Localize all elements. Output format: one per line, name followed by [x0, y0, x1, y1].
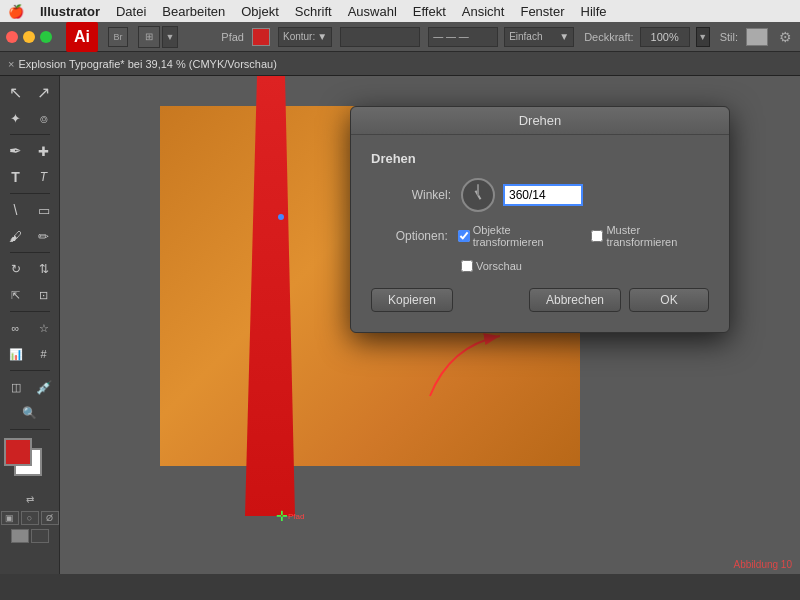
touch-type-tool[interactable]: T [31, 165, 57, 189]
style-label: Stil: [720, 31, 738, 43]
fill-mode-icon[interactable]: ▣ [1, 511, 19, 525]
angle-dial[interactable] [461, 178, 495, 212]
menu-fenster[interactable]: Fenster [520, 4, 564, 19]
selection-tool[interactable]: ↖ [3, 80, 29, 104]
angle-label: Winkel: [371, 188, 451, 202]
preview-checkbox[interactable] [461, 260, 473, 272]
arrange-dropdown[interactable]: ▼ [162, 26, 178, 48]
ok-button[interactable]: OK [629, 288, 709, 312]
eyedropper-tool[interactable]: 💉 [31, 375, 57, 399]
rotate-tool[interactable]: ↻ [3, 257, 29, 281]
rect-tool[interactable]: ▭ [31, 198, 57, 222]
stroke-type-dropdown[interactable]: — — — [428, 27, 498, 47]
menu-objekt[interactable]: Objekt [241, 4, 279, 19]
abbildung-label: Abbildung 10 [734, 559, 792, 570]
pivot-point: ✛ [276, 508, 288, 524]
column-graph-tool[interactable]: 📊 [3, 342, 29, 366]
angle-input[interactable] [503, 184, 583, 206]
main-area: ↖ ↗ ✦ ⌾ ✒ ✚ T T \ ▭ 🖌 ✏ ↻ ⇅ ⇱ [0, 76, 800, 574]
direct-selection-tool[interactable]: ↗ [31, 80, 57, 104]
mirror-tool[interactable]: ⇅ [31, 257, 57, 281]
gradient-tool[interactable]: ◫ [3, 375, 29, 399]
stroke-dropdown[interactable]: Kontur:▼ [278, 27, 332, 47]
angle-row: Winkel: [371, 178, 709, 212]
swap-colors-icon[interactable]: ⇄ [26, 494, 34, 505]
style-swatch[interactable] [746, 28, 768, 46]
screen-view-icon[interactable] [31, 529, 49, 543]
settings-icon[interactable]: ⚙ [776, 28, 794, 46]
transform-patterns-checkbox[interactable] [591, 230, 603, 242]
none-mode-icon[interactable]: Ø [41, 511, 59, 525]
menu-hilfe[interactable]: Hilfe [581, 4, 607, 19]
scale-tool[interactable]: ⇱ [3, 283, 29, 307]
dialog-title: Drehen [351, 107, 729, 135]
toolbar-icon-br[interactable]: Br [108, 27, 128, 47]
canvas-area: ✛ Pfad Abbildung 10 Drehen Drehen Winkel… [60, 76, 800, 574]
stroke-mode-icon[interactable]: ○ [21, 511, 39, 525]
maximize-button[interactable] [40, 31, 52, 43]
apple-menu[interactable]: 🍎 [8, 4, 24, 19]
options-row: Optionen: Objekte transformieren Muster … [371, 224, 709, 248]
annotation-arrow [420, 326, 520, 406]
main-toolbar: Ai Br ⊞ ▼ Pfad Kontur:▼ — — — Einfach▼ D… [0, 22, 800, 52]
drehen-dialog: Drehen Drehen Winkel: Optionen: Obje [350, 106, 730, 333]
menu-datei[interactable]: Datei [116, 4, 146, 19]
line-tool[interactable]: \ [3, 198, 29, 222]
magic-wand-tool[interactable]: ✦ [3, 106, 29, 130]
rotation-indicator [278, 214, 284, 220]
left-toolbar: ↖ ↗ ✦ ⌾ ✒ ✚ T T \ ▭ 🖌 ✏ ↻ ⇅ ⇱ [0, 76, 60, 574]
pivot-label: Pfad [288, 512, 304, 521]
kopieren-button[interactable]: Kopieren [371, 288, 453, 312]
menu-ansicht[interactable]: Ansicht [462, 4, 505, 19]
symbol-tool[interactable]: ☆ [31, 316, 57, 340]
pencil-tool[interactable]: ✏ [31, 224, 57, 248]
minimize-button[interactable] [23, 31, 35, 43]
paintbrush-tool[interactable]: 🖌 [3, 224, 29, 248]
tab-close-icon[interactable]: × [8, 58, 14, 70]
menu-bar: 🍎 Illustrator Datei Bearbeiten Objekt Sc… [0, 0, 800, 22]
stroke-weight-input[interactable] [340, 27, 420, 47]
document-tab[interactable]: Explosion Typografie* bei 39,14 % (CMYK/… [18, 58, 276, 70]
foreground-color-swatch[interactable] [4, 438, 32, 466]
toolbar-label-pfad: Pfad [221, 31, 244, 43]
opacity-label: Deckkraft: [584, 31, 634, 43]
type-tool[interactable]: T [3, 165, 29, 189]
close-button[interactable] [6, 31, 18, 43]
mesh-tool[interactable]: # [31, 342, 57, 366]
transform-objects-label: Objekte transformieren [473, 224, 580, 248]
stroke-style-dropdown[interactable]: Einfach▼ [504, 27, 574, 47]
dialog-buttons: Kopieren Abbrechen OK [371, 288, 709, 316]
shear-tool[interactable]: ⊡ [31, 283, 57, 307]
arrange-icon[interactable]: ⊞ [138, 26, 160, 48]
opacity-input[interactable]: 100% [640, 27, 690, 47]
menu-auswahl[interactable]: Auswahl [348, 4, 397, 19]
app-logo: Ai [66, 22, 98, 52]
menu-effekt[interactable]: Effekt [413, 4, 446, 19]
add-anchor-tool[interactable]: ✚ [31, 139, 57, 163]
dialog-section-title: Drehen [371, 151, 709, 166]
app-name: Illustrator [40, 4, 100, 19]
tab-bar: × Explosion Typografie* bei 39,14 % (CMY… [0, 52, 800, 76]
menu-bearbeiten[interactable]: Bearbeiten [162, 4, 225, 19]
preview-label: Vorschau [476, 260, 522, 272]
pen-tool[interactable]: ✒ [3, 139, 29, 163]
opacity-dropdown[interactable]: ▼ [696, 27, 710, 47]
abbrechen-button[interactable]: Abbrechen [529, 288, 621, 312]
options-label: Optionen: [371, 229, 448, 243]
lasso-tool[interactable]: ⌾ [31, 106, 57, 130]
transform-objects-checkbox[interactable] [458, 230, 470, 242]
blend-tool[interactable]: ∞ [3, 316, 29, 340]
normal-view-icon[interactable] [11, 529, 29, 543]
zoom-tool[interactable]: 🔍 [17, 401, 43, 425]
fill-color[interactable] [252, 28, 270, 46]
menu-schrift[interactable]: Schrift [295, 4, 332, 19]
preview-row: Vorschau [371, 260, 709, 272]
transform-patterns-label: Muster transformieren [606, 224, 709, 248]
